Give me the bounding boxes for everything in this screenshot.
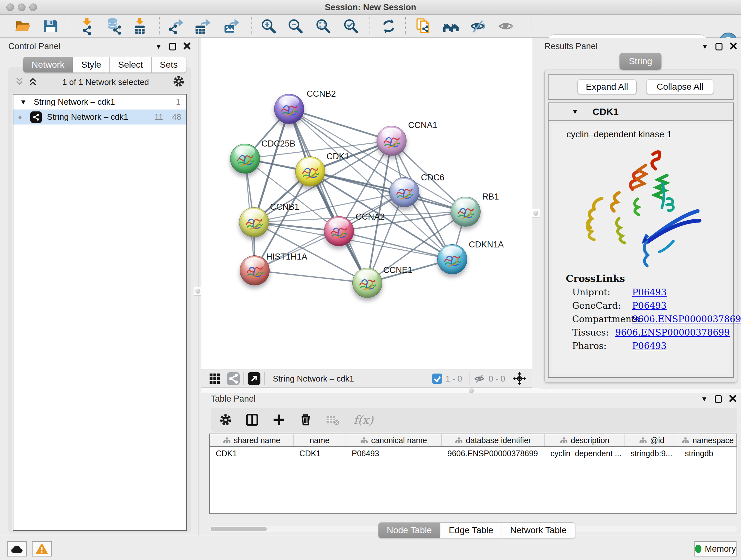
node-CDKN1A[interactable]	[437, 244, 467, 274]
node-CCNE1[interactable]	[352, 268, 382, 298]
new-network-from-selection-button[interactable]	[414, 17, 434, 35]
crosslink-value-link[interactable]: P06493	[632, 287, 667, 298]
scrollbar-thumb[interactable]	[211, 527, 267, 531]
node-CDC25B[interactable]	[230, 144, 260, 174]
node-CCNA1[interactable]	[377, 126, 407, 156]
tab-node-table[interactable]: Node Table	[378, 522, 441, 538]
zoom-in-button[interactable]	[259, 17, 279, 35]
collection-name: String Network – cdk1	[34, 97, 115, 107]
column-header-database-identifier[interactable]: database identifier	[442, 434, 545, 446]
column-header-canonical-name[interactable]: canonical name	[346, 434, 442, 446]
tab-network[interactable]: Network	[23, 57, 73, 73]
tab-style[interactable]: Style	[73, 57, 110, 73]
warning-status-button[interactable]	[32, 541, 52, 557]
close-panel-icon[interactable]	[183, 42, 191, 51]
expand-all-button[interactable]: Expand All	[577, 79, 636, 94]
node-CDK1[interactable]	[295, 157, 325, 186]
crosslink-value-link[interactable]: 9606.ENSP00000378699	[632, 314, 741, 324]
network-row-selected[interactable]: ● String Network – cdk1 11 48	[13, 110, 186, 125]
network-selection-status: 1 of 1 Network selected	[38, 77, 173, 87]
zoom-fit-button[interactable]	[313, 17, 333, 35]
zoom-out-button[interactable]	[285, 17, 306, 35]
import-network-from-database-button[interactable]	[105, 17, 125, 35]
grid-view-icon[interactable]	[209, 373, 220, 384]
edge-CCNB2-CCNA1[interactable]	[289, 109, 392, 141]
tab-sets[interactable]: Sets	[151, 57, 186, 73]
column-header-name[interactable]: name	[293, 434, 346, 446]
add-column-icon[interactable]	[273, 414, 285, 426]
table-cell[interactable]: CDK1	[210, 447, 293, 460]
collapse-all-button[interactable]: Collapse All	[646, 79, 714, 94]
memory-button[interactable]: Memory	[694, 541, 737, 557]
save-session-button[interactable]	[41, 17, 61, 35]
zoom-selected-button[interactable]	[341, 17, 361, 35]
first-neighbors-button[interactable]	[441, 17, 461, 35]
selected-checkbox-icon[interactable]	[432, 374, 442, 384]
collection-expand-icon[interactable]: ▼	[20, 99, 27, 106]
float-panel-icon[interactable]	[716, 43, 723, 51]
detach-view-icon[interactable]	[248, 372, 260, 385]
zoom-fit-icon	[315, 17, 332, 35]
edge-HIST1H1A-CCNE1[interactable]	[255, 270, 367, 283]
table-row[interactable]: CDK1CDK1P064939606.ENSP00000378699cyclin…	[210, 447, 737, 460]
table-cell[interactable]: cyclin–dependent ...	[545, 447, 625, 460]
table-cell[interactable]: stringdb:9...	[625, 447, 679, 460]
hide-selected-button[interactable]	[468, 17, 488, 35]
float-panel-icon[interactable]	[715, 395, 722, 403]
panel-menu-icon[interactable]: ▼	[155, 43, 162, 50]
crosslink-value-link[interactable]: 9606.ENSP00000378699	[615, 327, 730, 338]
column-header-shared-name[interactable]: shared name	[210, 434, 293, 446]
right-splitter-handle[interactable]	[532, 209, 540, 218]
show-columns-icon[interactable]	[246, 414, 259, 426]
cloud-status-button[interactable]	[7, 541, 27, 557]
table-options-gear-icon[interactable]	[219, 414, 232, 426]
import-table-button[interactable]	[130, 17, 150, 35]
section-collapse-icon[interactable]: ▼	[571, 108, 579, 115]
function-builder-button[interactable]: f(x)	[354, 414, 374, 427]
node-RB1[interactable]	[451, 197, 481, 227]
crosslink-value-link[interactable]: P06493	[632, 341, 667, 351]
network-view-type-icon[interactable]	[227, 372, 240, 385]
close-panel-icon[interactable]	[729, 395, 737, 403]
crosslink-value-link[interactable]: P06493	[632, 300, 667, 311]
node-HIST1H1A[interactable]	[240, 255, 270, 286]
export-network-button[interactable]	[166, 17, 187, 35]
node-CCNB2[interactable]	[274, 94, 304, 124]
show-all-button[interactable]	[496, 17, 517, 35]
table-cell[interactable]: CDK1	[293, 447, 346, 460]
export-image-button[interactable]	[222, 17, 243, 35]
float-panel-icon[interactable]	[169, 43, 176, 51]
node-CCNA2[interactable]	[324, 216, 354, 246]
network-canvas[interactable]: CCNB2CCNA1CDC25BCDK1CDC6RB1CCNB1CCNA2CDK…	[201, 38, 532, 369]
tab-string[interactable]: String	[619, 53, 661, 70]
network-options-gear-icon[interactable]	[173, 76, 185, 88]
delete-column-icon[interactable]	[299, 414, 312, 426]
delete-table-icon[interactable]	[326, 415, 340, 425]
collapse-all-networks-icon[interactable]	[14, 77, 25, 87]
tab-edge-table[interactable]: Edge Table	[441, 522, 502, 538]
close-panel-icon[interactable]	[730, 42, 737, 51]
navigator-crosshair-icon[interactable]	[513, 372, 526, 385]
panel-menu-icon[interactable]: ▼	[701, 395, 708, 402]
export-table-button[interactable]	[193, 17, 214, 35]
node-CDC6[interactable]	[389, 177, 419, 207]
open-session-button[interactable]	[13, 17, 33, 35]
table-cell[interactable]: P06493	[346, 447, 442, 460]
column-header-@id[interactable]: @id	[625, 434, 679, 446]
import-network-button[interactable]	[77, 17, 98, 35]
node-result-header[interactable]: ▼ CDK1	[549, 103, 733, 121]
horizontal-splitter-handle[interactable]	[467, 388, 476, 394]
panel-menu-icon[interactable]: ▼	[701, 43, 709, 50]
tab-select[interactable]: Select	[110, 57, 151, 73]
column-header-namespace[interactable]: namespace	[679, 434, 737, 446]
tab-network-table[interactable]: Network Table	[502, 522, 576, 538]
hidden-eye-icon[interactable]	[473, 373, 485, 385]
table-cell[interactable]: 9606.ENSP00000378699	[442, 447, 545, 460]
toolbar-separator	[530, 17, 530, 35]
apply-layout-button[interactable]	[379, 17, 399, 35]
column-header-description[interactable]: description	[545, 434, 625, 446]
network-collection-row[interactable]: ▼ String Network – cdk1 1	[13, 95, 186, 110]
expand-all-networks-icon[interactable]	[27, 77, 38, 87]
table-cell[interactable]: stringdb	[679, 447, 737, 460]
node-CCNB1[interactable]	[239, 207, 269, 237]
